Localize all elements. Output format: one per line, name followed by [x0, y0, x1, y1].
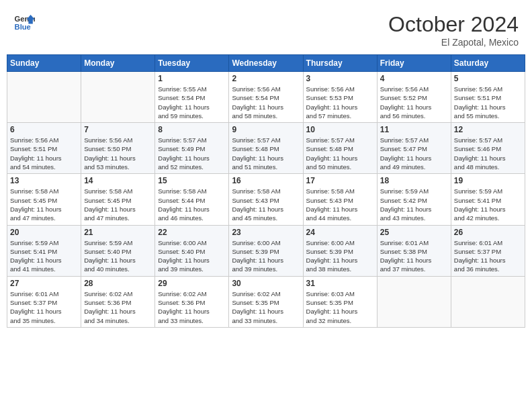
weekday-header-sunday: Sunday — [7, 55, 81, 72]
cell-info: Sunrise: 6:01 AM Sunset: 5:38 PM Dayligh… — [380, 238, 448, 274]
cell-info: Sunrise: 5:57 AM Sunset: 5:46 PM Dayligh… — [454, 136, 522, 171]
calendar-cell: 26Sunrise: 6:01 AM Sunset: 5:37 PM Dayli… — [451, 225, 525, 276]
cell-info: Sunrise: 6:00 AM Sunset: 5:39 PM Dayligh… — [306, 238, 374, 274]
title-block: October 2024 El Zapotal, Mexico — [388, 12, 519, 48]
calendar-cell: 8Sunrise: 5:57 AM Sunset: 5:49 PM Daylig… — [155, 123, 229, 174]
day-number: 5 — [454, 74, 522, 83]
cell-info: Sunrise: 5:55 AM Sunset: 5:54 PM Dayligh… — [158, 85, 226, 120]
day-number: 16 — [232, 176, 300, 185]
day-number: 8 — [158, 125, 226, 134]
day-number: 26 — [454, 228, 522, 237]
calendar-cell: 15Sunrise: 5:58 AM Sunset: 5:44 PM Dayli… — [155, 174, 229, 225]
calendar-cell: 24Sunrise: 6:00 AM Sunset: 5:39 PM Dayli… — [303, 225, 377, 276]
cell-info: Sunrise: 6:01 AM Sunset: 5:37 PM Dayligh… — [10, 289, 78, 325]
day-number: 29 — [158, 279, 226, 288]
cell-info: Sunrise: 5:57 AM Sunset: 5:47 PM Dayligh… — [380, 136, 448, 171]
cell-info: Sunrise: 6:00 AM Sunset: 5:40 PM Dayligh… — [158, 238, 226, 274]
day-number: 19 — [454, 176, 522, 185]
cell-info: Sunrise: 6:03 AM Sunset: 5:35 PM Dayligh… — [306, 289, 374, 325]
weekday-header-row: SundayMondayTuesdayWednesdayThursdayFrid… — [7, 55, 525, 72]
calendar-cell: 18Sunrise: 5:59 AM Sunset: 5:42 PM Dayli… — [377, 174, 451, 225]
svg-text:Blue: Blue — [15, 23, 31, 31]
calendar-cell: 1Sunrise: 5:55 AM Sunset: 5:54 PM Daylig… — [155, 72, 229, 123]
cell-info: Sunrise: 5:56 AM Sunset: 5:51 PM Dayligh… — [454, 85, 522, 120]
page-header: General Blue October 2024 El Zapotal, Me… — [7, 7, 525, 50]
cell-info: Sunrise: 5:56 AM Sunset: 5:50 PM Dayligh… — [84, 136, 152, 171]
cell-info: Sunrise: 5:59 AM Sunset: 5:41 PM Dayligh… — [454, 187, 522, 222]
calendar-cell — [81, 72, 155, 123]
calendar-cell: 19Sunrise: 5:59 AM Sunset: 5:41 PM Dayli… — [451, 174, 525, 225]
calendar-cell: 10Sunrise: 5:57 AM Sunset: 5:48 PM Dayli… — [303, 123, 377, 174]
calendar-cell: 17Sunrise: 5:58 AM Sunset: 5:43 PM Dayli… — [303, 174, 377, 225]
cell-info: Sunrise: 6:02 AM Sunset: 5:36 PM Dayligh… — [158, 289, 226, 325]
calendar-cell: 20Sunrise: 5:59 AM Sunset: 5:41 PM Dayli… — [7, 225, 81, 276]
cell-info: Sunrise: 5:57 AM Sunset: 5:48 PM Dayligh… — [232, 136, 300, 171]
calendar-table: SundayMondayTuesdayWednesdayThursdayFrid… — [7, 54, 525, 328]
cell-info: Sunrise: 6:01 AM Sunset: 5:37 PM Dayligh… — [454, 238, 522, 274]
day-number: 23 — [232, 228, 300, 237]
day-number: 31 — [306, 279, 374, 288]
day-number: 24 — [306, 228, 374, 237]
cell-info: Sunrise: 5:59 AM Sunset: 5:42 PM Dayligh… — [380, 187, 448, 222]
cell-info: Sunrise: 5:58 AM Sunset: 5:43 PM Dayligh… — [306, 187, 374, 222]
calendar-cell: 30Sunrise: 6:02 AM Sunset: 5:35 PM Dayli… — [229, 276, 303, 327]
day-number: 25 — [380, 228, 448, 237]
cell-info: Sunrise: 5:57 AM Sunset: 5:48 PM Dayligh… — [306, 136, 374, 171]
calendar-cell: 3Sunrise: 5:56 AM Sunset: 5:53 PM Daylig… — [303, 72, 377, 123]
day-number: 18 — [380, 176, 448, 185]
calendar-cell: 14Sunrise: 5:58 AM Sunset: 5:45 PM Dayli… — [81, 174, 155, 225]
calendar-week-row: 27Sunrise: 6:01 AM Sunset: 5:37 PM Dayli… — [7, 276, 525, 327]
day-number: 15 — [158, 176, 226, 185]
calendar-cell — [451, 276, 525, 327]
calendar-cell: 13Sunrise: 5:58 AM Sunset: 5:45 PM Dayli… — [7, 174, 81, 225]
day-number: 11 — [380, 125, 448, 134]
calendar-cell: 5Sunrise: 5:56 AM Sunset: 5:51 PM Daylig… — [451, 72, 525, 123]
day-number: 17 — [306, 176, 374, 185]
cell-info: Sunrise: 5:56 AM Sunset: 5:54 PM Dayligh… — [232, 85, 300, 120]
calendar-cell: 2Sunrise: 5:56 AM Sunset: 5:54 PM Daylig… — [229, 72, 303, 123]
cell-info: Sunrise: 5:56 AM Sunset: 5:53 PM Dayligh… — [306, 85, 374, 120]
cell-info: Sunrise: 5:56 AM Sunset: 5:51 PM Dayligh… — [10, 136, 78, 171]
calendar-cell: 6Sunrise: 5:56 AM Sunset: 5:51 PM Daylig… — [7, 123, 81, 174]
cell-info: Sunrise: 5:56 AM Sunset: 5:52 PM Dayligh… — [380, 85, 448, 120]
day-number: 20 — [10, 228, 78, 237]
cell-info: Sunrise: 5:57 AM Sunset: 5:49 PM Dayligh… — [158, 136, 226, 171]
calendar-cell — [7, 72, 81, 123]
cell-info: Sunrise: 5:59 AM Sunset: 5:41 PM Dayligh… — [10, 238, 78, 274]
weekday-header-saturday: Saturday — [451, 55, 525, 72]
day-number: 27 — [10, 279, 78, 288]
location-subtitle: El Zapotal, Mexico — [388, 37, 519, 48]
weekday-header-tuesday: Tuesday — [155, 55, 229, 72]
cell-info: Sunrise: 6:00 AM Sunset: 5:39 PM Dayligh… — [232, 238, 300, 274]
calendar-week-row: 6Sunrise: 5:56 AM Sunset: 5:51 PM Daylig… — [7, 123, 525, 174]
calendar-cell: 31Sunrise: 6:03 AM Sunset: 5:35 PM Dayli… — [303, 276, 377, 327]
day-number: 22 — [158, 228, 226, 237]
calendar-cell: 27Sunrise: 6:01 AM Sunset: 5:37 PM Dayli… — [7, 276, 81, 327]
day-number: 14 — [84, 176, 152, 185]
cell-info: Sunrise: 5:58 AM Sunset: 5:45 PM Dayligh… — [84, 187, 152, 222]
day-number: 10 — [306, 125, 374, 134]
calendar-cell: 25Sunrise: 6:01 AM Sunset: 5:38 PM Dayli… — [377, 225, 451, 276]
weekday-header-wednesday: Wednesday — [229, 55, 303, 72]
day-number: 28 — [84, 279, 152, 288]
cell-info: Sunrise: 6:02 AM Sunset: 5:35 PM Dayligh… — [232, 289, 300, 325]
cell-info: Sunrise: 5:58 AM Sunset: 5:43 PM Dayligh… — [232, 187, 300, 222]
calendar-cell: 16Sunrise: 5:58 AM Sunset: 5:43 PM Dayli… — [229, 174, 303, 225]
calendar-cell — [377, 276, 451, 327]
calendar-cell: 12Sunrise: 5:57 AM Sunset: 5:46 PM Dayli… — [451, 123, 525, 174]
day-number: 30 — [232, 279, 300, 288]
day-number: 13 — [10, 176, 78, 185]
calendar-cell: 7Sunrise: 5:56 AM Sunset: 5:50 PM Daylig… — [81, 123, 155, 174]
cell-info: Sunrise: 5:59 AM Sunset: 5:40 PM Dayligh… — [84, 238, 152, 274]
month-title: October 2024 — [388, 12, 519, 37]
day-number: 4 — [380, 74, 448, 83]
calendar-cell: 22Sunrise: 6:00 AM Sunset: 5:40 PM Dayli… — [155, 225, 229, 276]
day-number: 1 — [158, 74, 226, 83]
calendar-cell: 29Sunrise: 6:02 AM Sunset: 5:36 PM Dayli… — [155, 276, 229, 327]
calendar-week-row: 13Sunrise: 5:58 AM Sunset: 5:45 PM Dayli… — [7, 174, 525, 225]
weekday-header-monday: Monday — [81, 55, 155, 72]
day-number: 12 — [454, 125, 522, 134]
calendar-cell: 28Sunrise: 6:02 AM Sunset: 5:36 PM Dayli… — [81, 276, 155, 327]
calendar-week-row: 20Sunrise: 5:59 AM Sunset: 5:41 PM Dayli… — [7, 225, 525, 276]
cell-info: Sunrise: 5:58 AM Sunset: 5:45 PM Dayligh… — [10, 187, 78, 222]
